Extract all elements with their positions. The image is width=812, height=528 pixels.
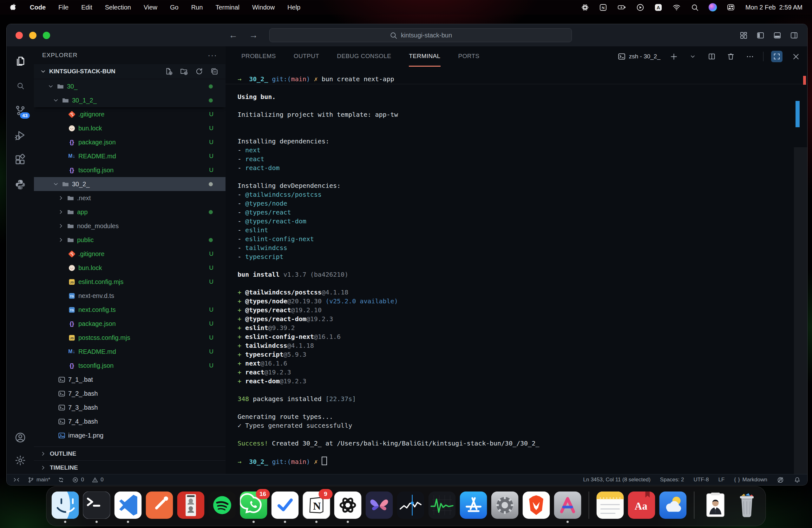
explorer-more-actions-icon[interactable]: ··· bbox=[208, 51, 217, 60]
tree-item-tsconfig.json[interactable]: { }tsconfig.jsonU bbox=[34, 359, 226, 372]
nav-forward-icon[interactable]: → bbox=[249, 30, 258, 40]
plus-icon[interactable] bbox=[668, 51, 679, 62]
screen-mirroring-icon[interactable] bbox=[636, 3, 644, 12]
tree-item-bun.lock[interactable]: bun.lockU bbox=[34, 261, 226, 275]
tree-item-postcss.config.mjs[interactable]: JSpostcss.config.mjsU bbox=[34, 331, 226, 345]
maximize-panel-icon[interactable] bbox=[771, 51, 783, 62]
dock-notes-icon[interactable] bbox=[597, 491, 624, 519]
tree-item-30_2_[interactable]: 30_2_ bbox=[34, 177, 226, 191]
panel-tab-terminal[interactable]: TERMINAL bbox=[409, 46, 440, 67]
tree-item-README.md[interactable]: M↓README.mdU bbox=[34, 149, 226, 163]
activity-search-icon[interactable] bbox=[13, 79, 27, 92]
terminal-output[interactable]: → 30_2_ git:(main) ✗ bun create next-app… bbox=[237, 74, 788, 466]
menu-item-run[interactable]: Run bbox=[191, 4, 203, 11]
tree-item-30_1_2_[interactable]: 30_1_2_ bbox=[34, 93, 226, 107]
battery-charging-icon[interactable] bbox=[617, 3, 626, 11]
tree-item-tsconfig.json[interactable]: { }tsconfig.jsonU bbox=[34, 163, 226, 177]
tree-item-.gitignore[interactable]: .gitignoreU bbox=[34, 107, 226, 121]
tree-item-7_2_.bash[interactable]: 7_2_.bash bbox=[34, 386, 226, 400]
tree-item-image-1.png[interactable]: image-1.png bbox=[34, 428, 226, 442]
activity-extensions-icon[interactable] bbox=[13, 153, 27, 167]
status-sync-icon[interactable] bbox=[58, 476, 64, 483]
dock-dictionary-icon[interactable]: Aa bbox=[628, 491, 655, 519]
menu-item-selection[interactable]: Selection bbox=[105, 4, 131, 11]
collapse-all-icon[interactable] bbox=[210, 67, 219, 75]
split-terminal-icon[interactable] bbox=[706, 51, 717, 62]
dock-whatsapp-icon[interactable]: 16 bbox=[240, 491, 267, 519]
dock-activity-pulse-icon[interactable] bbox=[429, 491, 456, 519]
command-center-search[interactable]: kintsugi-stack-bun bbox=[269, 28, 572, 42]
tree-item-package.json[interactable]: { }package.jsonU bbox=[34, 135, 226, 149]
dock-chatgpt-icon[interactable] bbox=[334, 491, 362, 519]
minimize-window-button[interactable] bbox=[29, 32, 37, 39]
terminal-instance-label[interactable]: zsh - 30_2_ bbox=[618, 52, 661, 61]
menu-item-help[interactable]: Help bbox=[287, 4, 300, 11]
tree-item-bun.lock[interactable]: bun.lockU bbox=[34, 121, 226, 135]
menu-item-file[interactable]: File bbox=[58, 4, 69, 11]
panel-tab-ports[interactable]: PORTS bbox=[458, 46, 480, 67]
tree-item-next-env.d.ts[interactable]: TSnext-env.d.ts bbox=[34, 289, 226, 303]
layout-customize-icon[interactable] bbox=[739, 31, 748, 40]
tree-item-30_[interactable]: 30_ bbox=[34, 79, 226, 93]
dock-photo-strip-app-icon[interactable] bbox=[177, 491, 205, 519]
tree-item-7_4_.bash[interactable]: 7_4_.bash bbox=[34, 414, 226, 428]
tree-item-eslint.config.mjs[interactable]: JSeslint.config.mjsU bbox=[34, 275, 226, 289]
workspace-section-header[interactable]: KINTSUGI-STACK-BUN bbox=[34, 64, 226, 79]
status-spaces-2[interactable]: Spaces: 2 bbox=[660, 476, 684, 483]
dock-weather-icon[interactable] bbox=[659, 491, 687, 519]
status-warning-icon[interactable]: 0 bbox=[92, 476, 103, 483]
status-ln-3453-col-11-8-selected-[interactable]: Ln 3453, Col 11 (8 selected) bbox=[583, 476, 651, 483]
status-lf[interactable]: LF bbox=[719, 476, 725, 483]
status-utf-8[interactable]: UTF-8 bbox=[693, 476, 709, 483]
dock-system-settings-icon[interactable] bbox=[491, 491, 519, 519]
dock-postman-icon[interactable] bbox=[146, 491, 173, 519]
dock-spotify-icon[interactable] bbox=[209, 491, 236, 519]
menu-item-go[interactable]: Go bbox=[170, 4, 178, 11]
activity-run-debug-icon[interactable] bbox=[13, 128, 27, 142]
section-timeline[interactable]: TIMELINE bbox=[34, 460, 226, 474]
search-icon[interactable] bbox=[691, 3, 699, 12]
panel-tab-problems[interactable]: PROBLEMS bbox=[241, 46, 276, 67]
input-source-a-icon[interactable]: A bbox=[654, 3, 663, 12]
tree-item-next.config.ts[interactable]: TSnext.config.tsU bbox=[34, 303, 226, 317]
status-remote-icon[interactable] bbox=[13, 476, 20, 483]
nav-back-icon[interactable]: ← bbox=[229, 30, 237, 40]
dock-portrait-document-icon[interactable] bbox=[702, 491, 729, 519]
dock-finder-icon[interactable] bbox=[52, 491, 79, 519]
tree-item-.next[interactable]: .next bbox=[34, 191, 226, 205]
status-copilot-disabled-icon[interactable] bbox=[777, 476, 784, 484]
refresh-icon[interactable] bbox=[195, 67, 203, 75]
tree-item-7_3_.bash[interactable]: 7_3_.bash bbox=[34, 400, 226, 414]
tree-item-public[interactable]: public bbox=[34, 233, 226, 247]
siri-icon[interactable] bbox=[709, 3, 717, 11]
status-braces-icon[interactable]: { }Markdown bbox=[734, 476, 767, 483]
activity-source-control-icon[interactable]: 43 bbox=[13, 103, 27, 117]
dock-things-todo-icon[interactable] bbox=[272, 491, 299, 519]
tree-item-node_modules[interactable]: node_modules bbox=[34, 219, 226, 233]
activity-settings-gear-icon[interactable] bbox=[13, 454, 27, 467]
dock-arc-icon[interactable] bbox=[554, 491, 581, 519]
menu-clock[interactable]: Mon 2 Feb 2:59 AM bbox=[745, 4, 802, 11]
zoom-window-button[interactable] bbox=[43, 32, 50, 39]
activity-account-icon[interactable] bbox=[13, 431, 27, 444]
dock-vscode-icon[interactable] bbox=[115, 491, 142, 519]
dock-trash-icon[interactable] bbox=[733, 491, 760, 519]
panel-bottom-icon[interactable] bbox=[773, 31, 782, 40]
dock-brave-icon[interactable] bbox=[523, 491, 550, 519]
ellipsis-icon[interactable] bbox=[744, 51, 756, 62]
chevron-down-icon[interactable] bbox=[687, 51, 698, 62]
tree-item-app[interactable]: app bbox=[34, 205, 226, 219]
dock-notion-icon[interactable]: N9 bbox=[303, 491, 330, 519]
status-error-icon[interactable]: 0 bbox=[72, 476, 84, 483]
apple-logo-icon[interactable] bbox=[10, 3, 17, 12]
dock-terminal-app-icon[interactable] bbox=[83, 491, 111, 519]
trash-icon[interactable] bbox=[725, 51, 737, 62]
dock-butterfly-mail-icon[interactable] bbox=[366, 491, 393, 519]
dock-app-store-icon[interactable] bbox=[460, 491, 487, 519]
tree-item-7_1_.bat[interactable]: 7_1_.bat bbox=[34, 372, 226, 386]
tree-item-package.json[interactable]: { }package.jsonU bbox=[34, 317, 226, 331]
menu-item-view[interactable]: View bbox=[144, 4, 157, 11]
menu-item-code[interactable]: Code bbox=[30, 4, 46, 11]
tree-item-.gitignore[interactable]: .gitignoreU bbox=[34, 247, 226, 261]
menu-item-edit[interactable]: Edit bbox=[81, 4, 92, 11]
